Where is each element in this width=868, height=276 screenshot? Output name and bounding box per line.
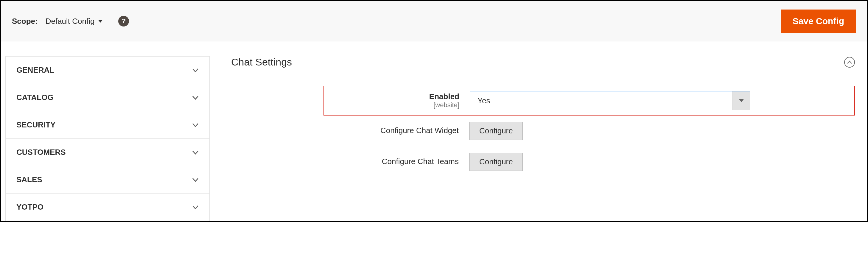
section-header: Chat Settings [231, 56, 855, 68]
svg-marker-0 [98, 20, 103, 23]
configure-widget-button[interactable]: Configure [469, 122, 523, 140]
sidebar-item-label: SECURITY [17, 120, 55, 129]
sidebar-item-label: CATALOG [17, 93, 54, 102]
caret-down-icon [98, 20, 103, 23]
select-value: Yes [470, 96, 497, 105]
collapse-button[interactable] [844, 57, 855, 68]
field-label: Enabled [429, 92, 459, 101]
field-label: Configure Chat Teams [382, 157, 459, 166]
top-bar: Scope: Default Config ? Save Config [1, 1, 867, 41]
section-title: Chat Settings [231, 56, 292, 68]
configure-teams-button[interactable]: Configure [469, 153, 523, 171]
help-icon[interactable]: ? [118, 16, 129, 27]
chevron-down-icon [192, 205, 199, 209]
chevron-down-icon [192, 68, 199, 72]
chevron-up-icon [847, 60, 852, 64]
content-pane: Chat Settings Enabled [website] Yes [210, 56, 867, 221]
field-scope: [website] [433, 101, 459, 109]
chevron-down-icon [192, 123, 199, 127]
sidebar-item-catalog[interactable]: CATALOG [5, 84, 210, 111]
svg-marker-1 [739, 99, 744, 102]
sidebar-item-yotpo[interactable]: YOTPO [5, 193, 210, 221]
scope-label: Scope: [12, 17, 38, 26]
sidebar-item-label: YOTPO [17, 203, 43, 212]
scope-area: Scope: Default Config ? [12, 16, 129, 27]
sidebar-item-customers[interactable]: CUSTOMERS [5, 139, 210, 166]
caret-down-icon [733, 91, 750, 110]
sidebar-item-sales[interactable]: SALES [5, 166, 210, 193]
field-row-widget: Configure Chat Widget Configure [327, 120, 855, 141]
config-sidebar: GENERAL CATALOG SECURITY CUSTOMERS [1, 56, 210, 221]
sidebar-item-security[interactable]: SECURITY [5, 111, 210, 139]
sidebar-item-general[interactable]: GENERAL [5, 56, 210, 84]
chevron-down-icon [192, 96, 199, 100]
save-config-button[interactable]: Save Config [781, 9, 856, 33]
sidebar-item-label: SALES [17, 175, 42, 184]
chevron-down-icon [192, 178, 199, 182]
field-row-teams: Configure Chat Teams Configure [327, 151, 855, 172]
sidebar-item-label: GENERAL [17, 65, 54, 75]
chevron-down-icon [192, 150, 199, 155]
field-row-enabled: Enabled [website] Yes [323, 86, 855, 116]
enabled-select[interactable]: Yes [470, 91, 750, 110]
scope-dropdown[interactable]: Default Config [45, 17, 103, 26]
field-label: Configure Chat Widget [380, 126, 459, 135]
scope-value: Default Config [45, 17, 95, 26]
sidebar-item-label: CUSTOMERS [17, 148, 66, 157]
